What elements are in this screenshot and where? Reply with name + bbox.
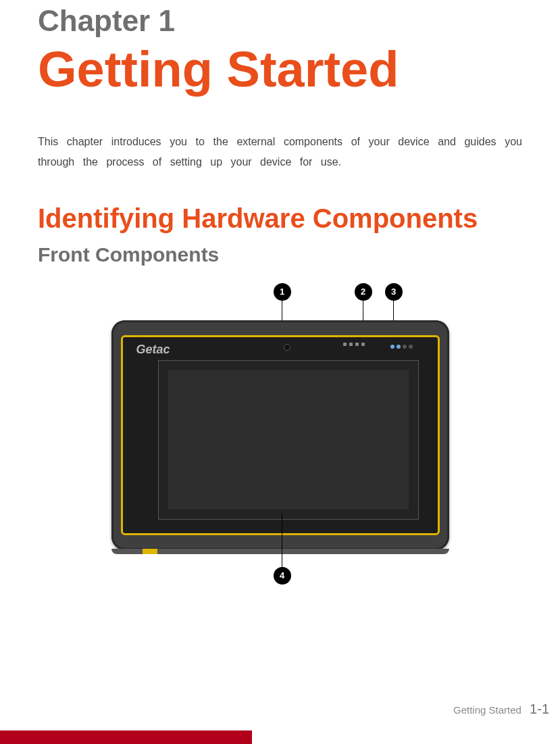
chapter-label: Chapter 1 [38,4,522,38]
callout-bubble: 1 [274,283,291,301]
callout-line [282,513,282,567]
page-number: 1-1 [530,701,549,716]
sensor-array-icon [343,343,384,349]
intro-paragraph: This chapter introduces you to the exter… [38,132,522,173]
callout-bubble: 2 [355,283,372,301]
indicator-leds-icon [390,341,424,352]
brand-logo: Getac [136,343,170,357]
subsection-heading: Front Components [38,243,522,266]
callout-4: 4 [274,513,291,585]
footer-stripe-red [0,730,252,744]
page: Chapter 1 Getting Started This chapter i… [0,4,560,744]
page-title: Getting Started [38,45,522,95]
footer-section: Getting Started [453,704,521,716]
device-figure: 1 2 3 Getac [105,283,456,601]
section-heading: Identifying Hardware Components [38,203,522,234]
page-footer: Getting Started 1-1 [0,701,560,717]
device-notch [143,549,157,554]
touchscreen [158,360,419,520]
figure-container: 1 2 3 Getac [38,283,522,601]
footer-stripe [0,730,560,744]
callout-bubble: 3 [385,283,403,301]
device-bezel: Getac [121,335,440,535]
callout-bubble: 4 [274,567,291,585]
front-camera-icon [284,344,290,351]
